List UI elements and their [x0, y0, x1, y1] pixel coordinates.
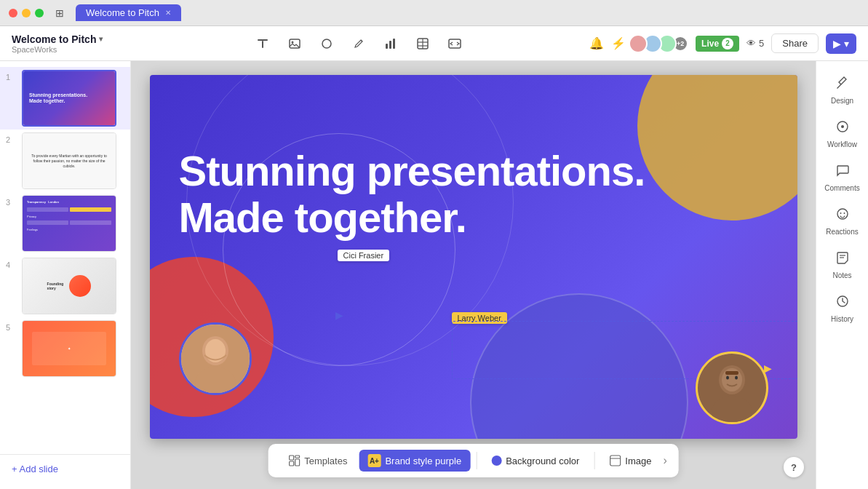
slide-item-2[interactable]: 2 To provide every Martian with an oppor… — [0, 130, 130, 192]
slide-item-1[interactable]: 1 Stunning presentations.Made together. — [0, 67, 130, 130]
comments-panel-button[interactable]: Comments — [821, 157, 864, 198]
brand-style-button[interactable]: A+ Brand style purple — [359, 450, 470, 472]
collaborator-avatars: +2 — [633, 34, 688, 53]
gold-circle-decoration — [637, 75, 797, 220]
pen-tool-button[interactable] — [349, 33, 369, 54]
table-tool-button[interactable] — [413, 33, 433, 54]
reactions-panel-button[interactable]: Reactions — [821, 201, 864, 242]
workflow-label: Workflow — [827, 140, 857, 148]
slide-item-3[interactable]: 3 Transparency London Privacy Feelings — [0, 192, 130, 255]
minimize-window-button[interactable] — [22, 9, 31, 17]
slide-headline-2: Made together. — [179, 194, 645, 241]
svg-point-21 — [726, 376, 729, 380]
add-slide-button[interactable]: + Add slide — [0, 454, 130, 483]
slide-item-5[interactable]: 5 ✦ — [0, 317, 130, 380]
slide-thumbnail-3: Transparency London Privacy Feelings — [22, 195, 116, 252]
svg-rect-1 — [262, 41, 263, 48]
presenter-1-avatar — [179, 322, 252, 395]
templates-button[interactable]: Templates — [279, 450, 356, 471]
image-label: Image — [625, 456, 651, 466]
shape-tool-button[interactable] — [316, 33, 337, 54]
svg-point-33 — [840, 212, 841, 214]
text-tool-button[interactable] — [252, 33, 273, 54]
svg-rect-6 — [389, 41, 391, 49]
bottom-toolbar: Templates A+ Brand style purple Backgrou… — [268, 444, 679, 477]
svg-point-34 — [843, 212, 845, 214]
right-panel: Design Workflow Comments Reactions Notes — [816, 61, 868, 489]
main-area: 1 Stunning presentations.Made together. … — [0, 61, 868, 489]
embed-tool-button[interactable] — [445, 33, 465, 54]
notification-icon[interactable]: 🔔 — [589, 36, 604, 50]
view-count: 👁 5 — [746, 38, 764, 49]
slide-number-4: 4 — [6, 261, 16, 269]
slide-canvas[interactable]: Cici Frasier ▶ Stunning presentations. M… — [150, 75, 797, 439]
design-panel-button[interactable]: Design — [821, 70, 864, 111]
presenter-2-image — [696, 351, 768, 424]
background-color-label: Background color — [506, 456, 579, 466]
notes-label: Notes — [832, 271, 851, 279]
maximize-window-button[interactable] — [35, 9, 44, 17]
cursor-arrow-2: ▶ — [764, 362, 772, 374]
play-icon: ▶ — [833, 38, 841, 49]
more-options-icon[interactable]: › — [664, 454, 667, 467]
canvas-area: Cici Frasier ▶ Stunning presentations. M… — [131, 61, 816, 489]
slide-thumbnail-4: Foundingstory — [22, 258, 116, 314]
title-bar: ⊞ Welcome to Pitch ✕ — [0, 0, 868, 26]
bolt-icon[interactable]: ⚡ — [611, 36, 626, 50]
toolbar-left: Welcome to Pitch ▾ SpaceWorks — [12, 33, 128, 54]
background-color-button[interactable]: Background color — [482, 451, 588, 471]
help-button[interactable]: ? — [784, 457, 804, 477]
grid-icon[interactable]: ⊞ — [55, 7, 64, 19]
workspace-name: SpaceWorks — [12, 45, 128, 54]
svg-rect-7 — [393, 39, 395, 49]
image-button[interactable]: Image — [600, 450, 660, 471]
design-label: Design — [831, 97, 853, 105]
chevron-down-icon: ▾ — [99, 35, 103, 43]
presenter-1-image — [179, 322, 252, 395]
notes-panel-button[interactable]: Notes — [821, 244, 864, 285]
share-button[interactable]: Share — [771, 33, 819, 53]
svg-rect-25 — [295, 456, 299, 458]
comments-label: Comments — [824, 184, 859, 192]
cici-name-label: Cici Frasier — [338, 250, 390, 261]
presenter-2-avatar — [696, 351, 768, 424]
comments-icon — [835, 163, 850, 181]
slide-text-area[interactable]: Stunning presentations. Made together. — [179, 148, 645, 241]
avatar-1 — [629, 34, 648, 53]
svg-rect-27 — [289, 461, 293, 466]
image-icon — [609, 455, 621, 466]
svg-rect-26 — [295, 459, 299, 466]
background-color-swatch — [491, 456, 501, 466]
document-title: Welcome to Pitch — [12, 33, 96, 45]
reactions-label: Reactions — [826, 228, 858, 236]
svg-point-4 — [322, 39, 331, 48]
brand-style-label: Brand style purple — [385, 456, 461, 466]
toolbar-center — [128, 33, 589, 54]
slide-item-4[interactable]: 4 Foundingstory — [0, 255, 130, 317]
live-label: Live — [701, 39, 719, 49]
image-tool-button[interactable] — [284, 33, 305, 54]
slide-number-2: 2 — [6, 135, 16, 144]
svg-point-3 — [292, 41, 294, 43]
slide-number-3: 3 — [6, 198, 16, 207]
workflow-icon — [835, 119, 850, 138]
active-tab[interactable]: Welcome to Pitch ✕ — [76, 4, 181, 21]
toolbar: Welcome to Pitch ▾ SpaceWorks 🔔 ⚡ — [0, 26, 868, 61]
templates-icon — [288, 455, 300, 466]
svg-point-31 — [841, 125, 844, 128]
tab-close-icon[interactable]: ✕ — [165, 9, 171, 17]
slide-thumbnail-1: Stunning presentations.Made together. — [22, 70, 116, 127]
doc-title-group[interactable]: Welcome to Pitch ▾ — [12, 33, 128, 45]
view-number: 5 — [759, 38, 764, 49]
svg-rect-23 — [725, 371, 738, 375]
notes-icon — [835, 250, 850, 269]
window-controls — [9, 9, 44, 17]
history-panel-button[interactable]: History — [821, 288, 864, 329]
bottom-bar-divider-2 — [594, 452, 594, 469]
close-window-button[interactable] — [9, 9, 17, 17]
play-button[interactable]: ▶ ▾ — [826, 33, 856, 54]
svg-rect-5 — [386, 44, 388, 49]
live-badge[interactable]: Live 2 — [696, 36, 739, 52]
chart-tool-button[interactable] — [381, 33, 401, 54]
workflow-panel-button[interactable]: Workflow — [821, 114, 864, 154]
